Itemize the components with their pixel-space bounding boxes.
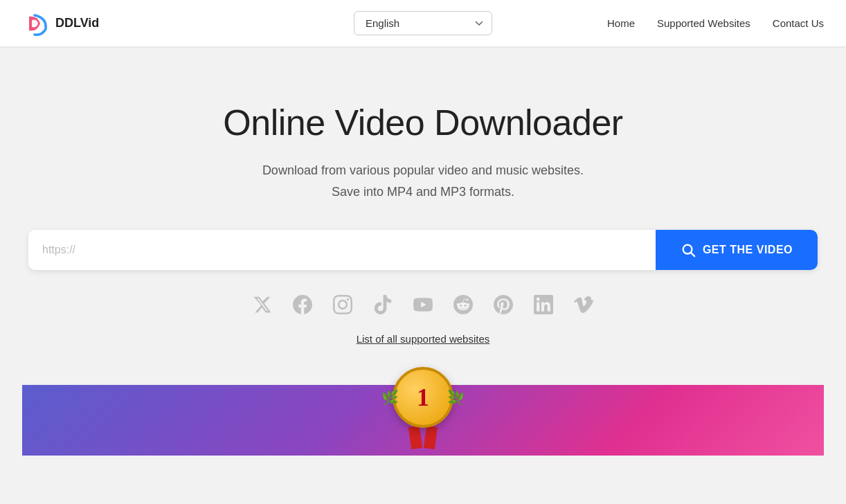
linkedin-icon[interactable] xyxy=(534,295,553,319)
svg-line-2 xyxy=(691,253,694,256)
url-input[interactable] xyxy=(28,230,656,270)
navbar: DDLVid EnglishSpanishFrenchGermanPortugu… xyxy=(0,0,846,46)
hero-subtitle-line2: Save into MP4 and MP3 formats. xyxy=(332,185,514,199)
badge-section: 🌿 1 🌿 xyxy=(22,386,824,456)
supported-websites-link[interactable]: List of all supported websites xyxy=(357,333,490,345)
social-icons-row xyxy=(22,295,824,319)
get-video-button[interactable]: GET THE VIDEO xyxy=(656,230,818,270)
badge-wrap: 🌿 1 🌿 xyxy=(393,367,453,449)
badge-rank: 1 xyxy=(417,383,429,412)
hero-subtitle-line1: Download from various popular video and … xyxy=(262,163,584,177)
search-bar: GET THE VIDEO xyxy=(28,230,818,270)
language-selector[interactable]: EnglishSpanishFrenchGermanPortugueseItal… xyxy=(354,11,492,35)
tiktok-icon[interactable] xyxy=(373,295,393,319)
vimeo-icon[interactable] xyxy=(574,295,593,319)
language-selector-wrapper: EnglishSpanishFrenchGermanPortugueseItal… xyxy=(354,11,492,35)
nav-supported-websites[interactable]: Supported Websites xyxy=(657,17,750,29)
hero-title: Online Video Downloader xyxy=(22,102,824,143)
search-icon xyxy=(681,242,696,258)
logo-icon xyxy=(22,10,50,37)
medal-circle: 🌿 1 🌿 xyxy=(393,367,453,428)
twitter-icon[interactable] xyxy=(253,295,272,319)
facebook-icon[interactable] xyxy=(293,295,312,319)
youtube-icon[interactable] xyxy=(413,295,433,319)
nav-home[interactable]: Home xyxy=(607,17,635,29)
nav-contact-us[interactable]: Contact Us xyxy=(773,17,824,29)
hero-section: Online Video Downloader Download from va… xyxy=(0,46,846,483)
pinterest-icon[interactable] xyxy=(494,295,513,319)
instagram-icon[interactable] xyxy=(333,295,352,319)
medal-ribbons xyxy=(410,426,436,449)
nav-links: Home Supported Websites Contact Us xyxy=(607,17,824,29)
get-video-label: GET THE VIDEO xyxy=(703,244,793,256)
logo-text: DDLVid xyxy=(55,16,99,30)
hero-subtitle: Download from various popular video and … xyxy=(22,160,824,202)
reddit-icon[interactable] xyxy=(453,295,473,319)
logo-link[interactable]: DDLVid xyxy=(22,10,99,37)
